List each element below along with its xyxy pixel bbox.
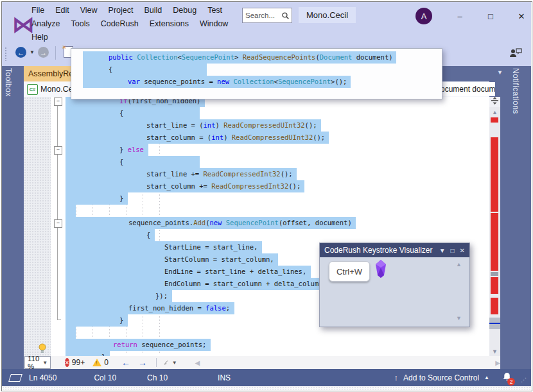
minimize-button[interactable]: – xyxy=(449,8,471,24)
add-to-source-control-button[interactable]: Add to Source Control xyxy=(403,373,479,382)
keystroke-visualizer-titlebar[interactable]: CodeRush Keystroke Visualizer ▼ □ ✕ xyxy=(320,243,469,257)
code-line[interactable]: EndColumn = start_column + delta_columns… xyxy=(66,278,331,290)
code-line[interactable]: start_column += ReadCompressedInt32(); xyxy=(66,180,301,192)
keystroke-key-label: Ctrl+W xyxy=(329,261,370,282)
menu-tools[interactable]: Tools xyxy=(71,19,89,28)
chevron-up-icon[interactable]: ▲ xyxy=(484,375,489,380)
fold-collapse-icon[interactable]: − xyxy=(54,219,62,228)
code-line[interactable]: } else xyxy=(66,144,144,156)
account-avatar[interactable]: A xyxy=(415,8,432,24)
fold-collapse-icon[interactable]: − xyxy=(54,146,62,155)
hscroll-left-icon[interactable]: ◀ xyxy=(195,359,200,366)
code-line[interactable]: } xyxy=(66,314,123,327)
keystroke-visualizer-title: CodeRush Keystroke Visualizer xyxy=(324,246,434,255)
editor-splitter-handle[interactable] xyxy=(489,97,500,108)
lightbulb-icon[interactable] xyxy=(38,343,47,354)
code-line[interactable]: { xyxy=(66,156,123,168)
code-line[interactable]: }); xyxy=(66,290,168,302)
csharp-project-icon: C# xyxy=(27,84,38,95)
visual-studio-logo-icon: ⋈ xyxy=(12,13,34,35)
code-line[interactable]: sequence_points.Add(new SequencePoint(of… xyxy=(66,217,352,229)
code-line[interactable]: EndLine = start_line + delta_lines, xyxy=(66,266,306,278)
menu-project[interactable]: Project xyxy=(109,6,134,15)
toolbar-drag-grip[interactable] xyxy=(4,47,8,61)
status-column: Col 10 xyxy=(94,373,116,382)
navigate-forward-icon[interactable]: → xyxy=(138,357,147,368)
notifications-bell-button[interactable]: 2 xyxy=(502,372,512,384)
scroll-up-icon[interactable]: ▲ xyxy=(456,261,462,268)
zoom-level-dropdown[interactable]: 110 % ▼ xyxy=(24,356,51,369)
solution-title: Mono.Cecil xyxy=(299,7,356,23)
maximize-button[interactable]: □ xyxy=(480,8,502,24)
toolbox-side-tab[interactable]: Toolbox xyxy=(4,68,13,97)
menu-build[interactable]: Build xyxy=(144,6,162,15)
scroll-down-icon[interactable]: ▼ xyxy=(456,315,462,321)
nav-member-text: ocument docum xyxy=(441,85,495,94)
window-menu-icon[interactable]: ▼ xyxy=(439,247,446,254)
code-line[interactable]: return sequence_points; xyxy=(66,339,206,351)
scrollbar-mark xyxy=(491,298,498,314)
search-input[interactable]: Search... xyxy=(242,8,292,23)
code-line[interactable]: StartColumn = start_column, xyxy=(66,253,274,266)
code-line[interactable]: { xyxy=(66,229,150,241)
resize-grip[interactable]: ⋰ xyxy=(521,377,527,383)
chevron-down-icon[interactable]: ▼ xyxy=(172,360,177,366)
menu-analyze[interactable]: Analyze xyxy=(31,19,60,28)
scrollbar-mark xyxy=(491,213,498,271)
menu-row-1: FileEditViewProjectBuildDebugTest xyxy=(31,6,233,15)
menu-help[interactable]: Help xyxy=(31,33,48,42)
notifications-side-tab[interactable]: Notifications xyxy=(511,68,520,114)
window-maximize-icon[interactable]: □ xyxy=(451,247,455,254)
nav-member-dropdown[interactable]: ocument docum ▼ xyxy=(437,82,495,96)
errors-count[interactable]: 99+ xyxy=(72,358,85,367)
search-icon xyxy=(282,12,289,19)
menu-test[interactable]: Test xyxy=(207,6,222,15)
vertical-scrollbar[interactable]: ▲ ▼ xyxy=(489,107,500,356)
publish-up-arrow-icon[interactable]: ↑ xyxy=(394,373,399,382)
menu-extensions[interactable]: Extensions xyxy=(150,19,189,28)
warnings-count[interactable]: 0 xyxy=(104,358,109,367)
feedback-icon[interactable] xyxy=(509,47,522,58)
menu-edit[interactable]: Edit xyxy=(55,6,69,15)
zoom-level-value: 110 % xyxy=(28,355,42,370)
code-line[interactable]: var sequence_points = new Collection<Seq… xyxy=(71,76,347,88)
menu-coderush[interactable]: CodeRush xyxy=(101,19,139,28)
nav-project-dropdown[interactable]: Mono.Ce xyxy=(40,85,73,94)
hscroll-right-icon[interactable]: ▶ xyxy=(495,359,500,366)
code-line[interactable]: start_line = (int) ReadCompressedUInt32(… xyxy=(66,119,317,132)
fold-guide-end xyxy=(57,320,61,320)
code-line[interactable]: } xyxy=(66,192,123,205)
navigate-forward-button[interactable]: → xyxy=(38,47,49,58)
selection-highlight xyxy=(66,205,76,217)
code-line[interactable]: start_column = (int) ReadCompressedUInt3… xyxy=(66,132,325,144)
code-line[interactable]: } xyxy=(66,351,105,356)
code-line[interactable]: StartLine = start_line, xyxy=(66,241,258,253)
menu-window[interactable]: Window xyxy=(200,19,228,28)
document-tab-assemblyreader[interactable]: AssemblyRe xyxy=(24,66,75,81)
code-cleanup-broom-icon[interactable] xyxy=(164,358,168,367)
close-button[interactable]: ✕ xyxy=(511,8,532,24)
navigate-back-button[interactable]: ← xyxy=(15,47,26,58)
code-line[interactable]: public Collection<SequencePoint> ReadSeq… xyxy=(71,51,393,64)
navigate-back-dropdown-icon[interactable]: ▼ xyxy=(30,49,35,55)
tab-overflow-dropdown-icon[interactable]: ▼ xyxy=(497,69,503,76)
code-line[interactable]: start_line += ReadCompressedInt32(); xyxy=(66,168,293,180)
window-close-icon[interactable]: ✕ xyxy=(460,247,465,254)
code-line[interactable]: { xyxy=(71,64,112,76)
status-insert-mode: INS xyxy=(218,373,231,382)
scroll-down-icon[interactable]: ▼ xyxy=(489,348,500,355)
scroll-up-icon[interactable]: ▲ xyxy=(489,109,500,115)
menu-view[interactable]: View xyxy=(80,6,98,15)
notification-count-badge: 2 xyxy=(507,378,515,386)
code-line[interactable]: first_non_hidden = false; xyxy=(66,302,230,314)
menu-row-3: Help xyxy=(31,33,59,42)
errors-icon[interactable]: ✕ xyxy=(65,358,69,367)
menu-file[interactable]: File xyxy=(31,6,44,15)
navigate-backward-icon[interactable]: ← xyxy=(121,357,130,368)
fold-collapse-icon[interactable]: − xyxy=(54,98,62,106)
editor-bottom-bar: 110 % ▼ ✕ 99+ ! 0 ← → ▼ ◀ ▶ xyxy=(24,356,500,369)
code-line[interactable]: { xyxy=(66,107,123,119)
keystroke-visualizer-window[interactable]: CodeRush Keystroke Visualizer ▼ □ ✕ Ctrl… xyxy=(319,243,470,327)
menu-debug[interactable]: Debug xyxy=(173,6,197,15)
warnings-icon[interactable]: ! xyxy=(92,359,101,366)
